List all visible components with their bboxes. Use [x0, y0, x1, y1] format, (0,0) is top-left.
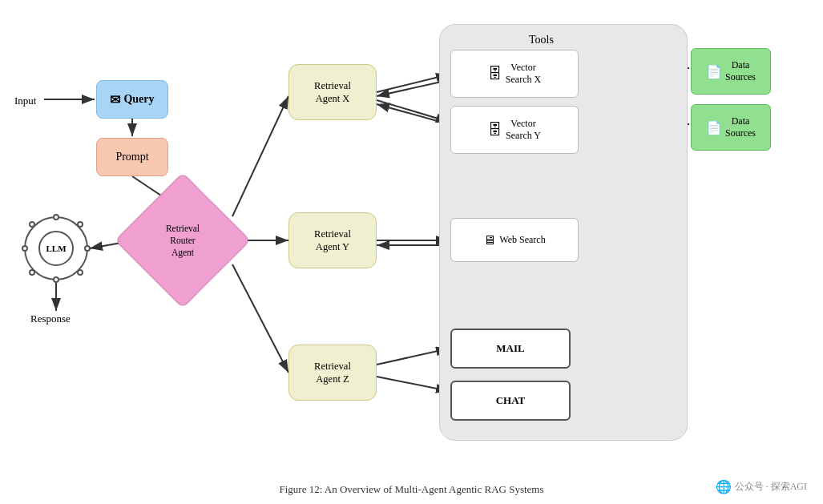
svg-line-9	[232, 264, 288, 373]
chat-box: CHAT	[450, 381, 571, 421]
data-source-1: 📄 DataSources	[691, 48, 771, 95]
caption-text: Figure 12: An Overview of Multi-Agent Ag…	[279, 483, 543, 495]
agent-z-box: RetrievalAgent Z	[288, 345, 377, 401]
data-source-2: 📄 DataSources	[691, 104, 771, 151]
prompt-label: Prompt	[115, 151, 148, 163]
vector-y-box: 🗄 VectorSearch Y	[450, 106, 579, 154]
data-source-2-label: DataSources	[725, 115, 756, 139]
svg-line-10	[377, 75, 449, 92]
data-source-1-label: DataSources	[725, 59, 756, 83]
llm-outer-ring: LLM	[24, 216, 88, 280]
vector-y-label: VectorSearch Y	[506, 118, 541, 142]
agent-z-label: RetrievalAgent Z	[314, 360, 351, 386]
agent-y-box: RetrievalAgent Y	[288, 212, 377, 268]
vector-y-icon: 🗄	[488, 122, 502, 139]
vector-x-icon: 🗄	[488, 66, 502, 83]
router-label: RetrievalRouterAgent	[166, 223, 200, 259]
svg-line-7	[232, 96, 288, 216]
query-label: Query	[123, 93, 154, 106]
web-search-box: 🖥 Web Search	[450, 218, 579, 262]
watermark: 🌐 公众号 · 探索AGI	[716, 479, 807, 494]
svg-line-11	[377, 80, 449, 96]
chat-label: CHAT	[496, 394, 526, 407]
svg-line-18	[377, 349, 449, 365]
svg-line-13	[377, 104, 449, 124]
svg-line-19	[377, 377, 449, 391]
web-search-icon: 🖥	[483, 233, 496, 248]
svg-line-12	[377, 100, 449, 122]
query-box: ✉ Query	[96, 80, 168, 119]
llm-label: LLM	[46, 244, 66, 253]
web-search-label: Web Search	[499, 234, 545, 246]
watermark-text: 公众号 · 探索AGI	[735, 480, 807, 494]
mail-box: MAIL	[450, 329, 571, 369]
mail-label: MAIL	[496, 342, 524, 355]
prompt-box: Prompt	[96, 138, 168, 176]
response-label: Response	[30, 312, 71, 325]
data-source-1-icon: 📄	[706, 64, 722, 79]
input-label: Input	[14, 95, 36, 107]
agent-x-box: RetrievalAgent X	[288, 64, 377, 120]
agent-x-label: RetrievalAgent X	[314, 79, 351, 106]
vector-x-box: 🗄 VectorSearch X	[450, 50, 579, 98]
data-source-2-icon: 📄	[706, 120, 722, 135]
agent-y-label: RetrievalAgent Y	[314, 228, 351, 254]
llm-circle: LLM	[24, 216, 88, 280]
vector-x-label: VectorSearch X	[506, 62, 541, 86]
watermark-icon: 🌐	[716, 479, 732, 494]
query-icon: ✉	[110, 92, 120, 107]
caption: Figure 12: An Overview of Multi-Agent Ag…	[0, 483, 823, 496]
router-diamond-wrap: RetrievalRouterAgent	[135, 192, 231, 288]
llm-inner-ring: LLM	[38, 231, 74, 266]
tools-label: Tools	[529, 34, 554, 46]
